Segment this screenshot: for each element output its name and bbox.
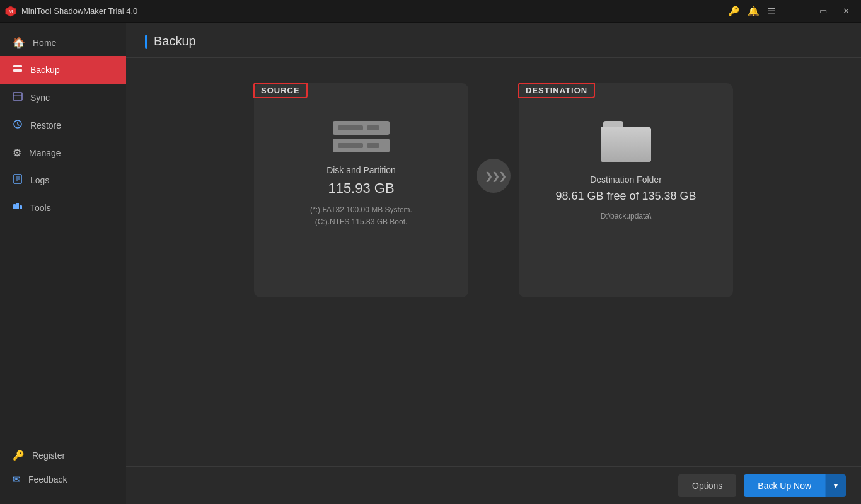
titlebar-icons: 🔑 🔔 ☰ (728, 6, 775, 17)
folder-icon (601, 121, 651, 162)
manage-icon: ⚙ (13, 147, 21, 159)
sidebar-label-sync: Sync (30, 93, 50, 103)
svg-rect-11 (13, 204, 16, 209)
arrow-middle: ❯❯❯ (468, 159, 519, 193)
disk-bar-bottom (333, 139, 390, 152)
destination-description: Destination Folder (590, 175, 662, 185)
app-logo-icon: M (5, 6, 16, 17)
sidebar-label-home: Home (33, 38, 56, 48)
main-content: Backup SOURCE (126, 23, 861, 504)
arrow-icon: ❯❯❯ (477, 159, 511, 193)
sidebar-item-register[interactable]: 🔑 Register (0, 444, 126, 467)
app-title: MiniTool ShadowMaker Trial 4.0 (21, 6, 137, 16)
svg-rect-13 (20, 205, 22, 209)
source-detail: (*:).FAT32 100.00 MB System. (C:).NTFS 1… (310, 204, 412, 228)
svg-rect-3 (13, 69, 22, 72)
bottom-bar: Options Back Up Now ▼ (126, 466, 861, 504)
sidebar-label-manage: Manage (29, 148, 61, 158)
sidebar-label-register: Register (32, 450, 65, 461)
window-controls: − ▭ ✕ (790, 3, 856, 20)
disk-icon (333, 121, 390, 152)
sidebar-item-backup[interactable]: Backup (0, 56, 126, 84)
source-icon-area (333, 121, 390, 152)
backup-area: SOURCE Disk and Partition (126, 58, 861, 466)
svg-rect-4 (13, 93, 22, 100)
sidebar: 🏠 Home Backup S (0, 23, 126, 504)
close-button[interactable]: ✕ (836, 3, 856, 20)
folder-body (601, 127, 651, 162)
sidebar-label-logs: Logs (30, 175, 49, 185)
svg-rect-2 (13, 65, 22, 67)
source-card[interactable]: SOURCE Disk and Partition (254, 83, 468, 297)
feedback-mail-icon: ✉ (13, 474, 21, 485)
bell-icon[interactable]: 🔔 (748, 6, 760, 17)
backup-button-group: Back Up Now ▼ (744, 474, 846, 497)
key-icon[interactable]: 🔑 (728, 6, 740, 17)
backup-now-button[interactable]: Back Up Now (744, 474, 825, 497)
source-detail-line2: (C:).NTFS 115.83 GB Boot. (315, 217, 408, 226)
sidebar-item-home[interactable]: 🏠 Home (0, 29, 126, 56)
logs-icon (13, 174, 23, 186)
header-accent-bar (145, 35, 147, 49)
titlebar-left: M MiniTool ShadowMaker Trial 4.0 (5, 6, 137, 17)
home-icon: 🏠 (13, 37, 25, 49)
backup-dropdown-button[interactable]: ▼ (825, 474, 846, 497)
sidebar-item-sync[interactable]: Sync (0, 84, 126, 112)
sidebar-label-feedback: Feedback (28, 474, 67, 484)
sidebar-item-tools[interactable]: Tools (0, 194, 126, 222)
sidebar-bottom: 🔑 Register ✉ Feedback (0, 437, 126, 504)
source-description: Disk and Partition (326, 165, 396, 175)
minimize-button[interactable]: − (790, 3, 811, 20)
svg-rect-12 (16, 203, 19, 209)
source-label: SOURCE (253, 83, 308, 98)
dropdown-arrow-icon: ▼ (832, 481, 840, 490)
source-size: 115.93 GB (328, 180, 394, 197)
destination-card[interactable]: DESTINATION Destination Folder 98.61 GB … (519, 83, 733, 297)
sidebar-item-manage[interactable]: ⚙ Manage (0, 139, 126, 166)
sidebar-label-tools: Tools (30, 203, 51, 213)
app-body: 🏠 Home Backup S (0, 23, 861, 504)
sidebar-label-backup: Backup (30, 65, 60, 75)
register-key-icon: 🔑 (13, 450, 25, 461)
restore-icon (13, 119, 23, 132)
arrow-chevrons: ❯❯❯ (485, 170, 506, 182)
sidebar-item-feedback[interactable]: ✉ Feedback (0, 467, 126, 491)
destination-size: 98.61 GB free of 135.38 GB (555, 190, 696, 203)
destination-icon-area (601, 121, 651, 162)
svg-text:M: M (9, 9, 13, 14)
destination-path: D:\backupdata\ (601, 210, 652, 222)
menu-icon[interactable]: ☰ (767, 6, 775, 17)
sidebar-label-restore: Restore (30, 120, 61, 130)
titlebar: M MiniTool ShadowMaker Trial 4.0 🔑 🔔 ☰ −… (0, 0, 861, 23)
restore-button[interactable]: ▭ (813, 3, 833, 20)
source-detail-line1: (*:).FAT32 100.00 MB System. (310, 205, 412, 214)
sidebar-item-restore[interactable]: Restore (0, 112, 126, 139)
backup-icon (13, 64, 23, 76)
sidebar-item-logs[interactable]: Logs (0, 166, 126, 194)
destination-label: DESTINATION (518, 83, 595, 98)
sync-icon (13, 91, 23, 104)
page-title: Backup (154, 34, 196, 49)
disk-bar-top (333, 121, 390, 135)
options-button[interactable]: Options (678, 474, 736, 497)
page-header: Backup (126, 23, 861, 58)
tools-icon (13, 202, 23, 214)
sidebar-nav: 🏠 Home Backup S (0, 23, 126, 437)
